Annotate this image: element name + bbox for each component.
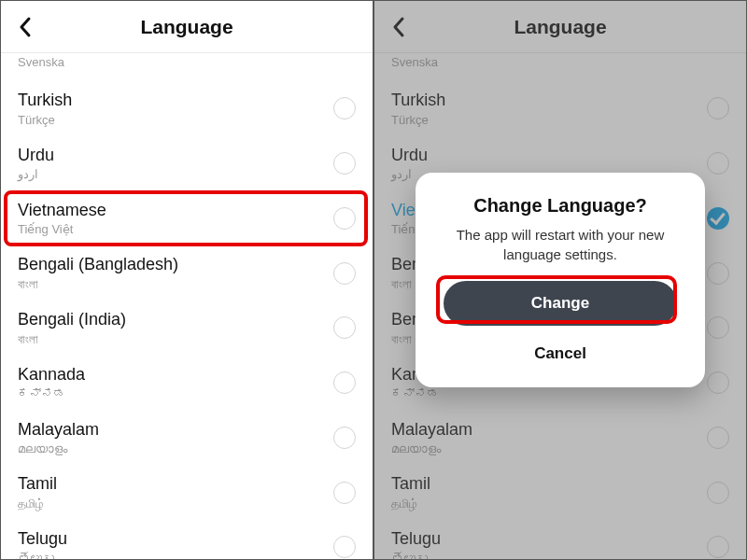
language-name: Urdu (18, 145, 54, 166)
modal-overlay[interactable]: Change Language? The app will restart wi… (374, 1, 746, 559)
radio-unchecked-icon[interactable] (333, 482, 356, 504)
page-title: Language (140, 16, 233, 38)
language-row[interactable]: Urduاردو (1, 136, 373, 191)
language-name: Turkish (18, 90, 72, 111)
language-row[interactable]: Teluguతెలుగు (1, 520, 373, 560)
language-native: Tiếng Việt (18, 222, 106, 237)
language-name: Vietnamese (18, 200, 106, 221)
language-name: Kannada (18, 364, 85, 385)
language-row[interactable]: Bengali (Bangladesh)বাংলা (1, 245, 373, 301)
screen-left: Language SvenskaSvenskaTurkishTürkçeUrdu… (0, 0, 374, 560)
language-row[interactable]: SvenskaSvenska (1, 53, 373, 81)
language-list[interactable]: SvenskaSvenskaTurkishTürkçeUrduاردوVietn… (1, 53, 373, 560)
language-row[interactable]: Kannadaಕನ್ನಡ (1, 356, 373, 411)
language-name: Bengali (Bangladesh) (18, 254, 178, 275)
cancel-button[interactable]: Cancel (436, 337, 684, 371)
language-row[interactable]: Tamilதமிழ் (1, 465, 373, 520)
language-row[interactable]: Bengali (India)বাংলা (1, 301, 373, 356)
language-native: Türkçe (18, 113, 72, 128)
language-name: Tamil (18, 473, 57, 495)
language-native: বাংলা (18, 277, 178, 292)
language-row[interactable]: Malayalamമലയാളം (1, 411, 373, 466)
language-native: தமிழ் (18, 497, 57, 511)
language-name: Malayalam (18, 419, 99, 441)
radio-unchecked-icon[interactable] (333, 152, 356, 175)
radio-unchecked-icon[interactable] (333, 207, 356, 230)
radio-unchecked-icon[interactable] (333, 536, 356, 558)
radio-unchecked-icon[interactable] (333, 316, 356, 339)
language-row[interactable]: TurkishTürkçe (1, 81, 373, 136)
language-row[interactable]: VietnameseTiếng Việt (1, 191, 373, 246)
language-native: বাংলা (18, 332, 126, 347)
radio-unchecked-icon[interactable] (333, 262, 356, 285)
language-native: മലയാളം (18, 441, 99, 456)
confirm-button[interactable]: Change (444, 281, 677, 326)
radio-unchecked-icon[interactable] (333, 427, 356, 449)
dialog-body: The app will restart with your new langu… (436, 226, 684, 264)
language-name: Telugu (18, 528, 67, 550)
back-button[interactable] (10, 12, 40, 42)
screen-right: Language SvenskaSvenskaTurkishTürkçeUrdu… (374, 0, 747, 560)
language-name: Bengali (India) (18, 309, 126, 330)
chevron-left-icon (18, 16, 33, 38)
language-native: اردو (18, 167, 54, 182)
radio-unchecked-icon[interactable] (333, 97, 356, 119)
header: Language (1, 1, 373, 53)
radio-unchecked-icon[interactable] (333, 371, 356, 394)
language-native: ಕನ್ನಡ (18, 386, 85, 401)
language-native: తెలుగు (18, 552, 67, 561)
language-native: Svenska (18, 55, 64, 70)
dialog-title: Change Language? (436, 195, 684, 217)
change-language-dialog: Change Language? The app will restart wi… (416, 173, 705, 387)
